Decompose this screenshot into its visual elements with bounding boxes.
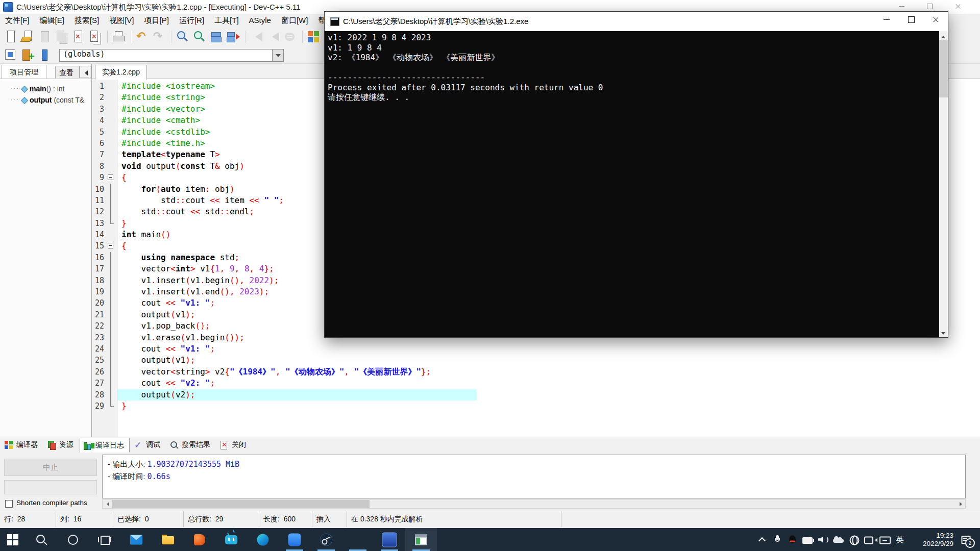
bottom-tab-关闭[interactable]: 关闭	[216, 438, 251, 452]
tray-cloud[interactable]	[831, 528, 846, 551]
console-window[interactable]: C:\Users\老父亲\Desktop\计算机学习\实验\实验1.2.exe …	[324, 11, 948, 338]
bottom-tab-资源[interactable]: 资源	[44, 438, 79, 452]
scroll-left-icon[interactable]	[103, 500, 111, 508]
console-body[interactable]: v1: 2022 1 9 8 4 2023 v1: 1 9 8 4 v2: 《1…	[325, 31, 948, 337]
menu-item[interactable]: 项目[P]	[139, 14, 174, 27]
code-text[interactable]: vector<string> v2{"《1984》", "《动物农场》", "《…	[117, 366, 431, 378]
tab-view[interactable]: 查看	[55, 66, 80, 78]
add-to-project-button[interactable]	[20, 47, 35, 63]
code-text[interactable]: using namespace std;	[117, 252, 239, 263]
code-text[interactable]: v1.insert(v1.begin(), 2022);	[117, 275, 279, 286]
tray-mic[interactable]	[770, 528, 785, 551]
compile-options-button[interactable]	[306, 29, 321, 44]
scroll-right-icon[interactable]	[957, 500, 965, 508]
open-file-button[interactable]	[20, 29, 35, 44]
code-text[interactable]: #include <string>	[117, 92, 205, 103]
bottom-tab-编译日志[interactable]: 编译日志	[80, 438, 130, 453]
code-text[interactable]: for(auto item: obj)	[117, 184, 235, 195]
code-text[interactable]: #include <time.h>	[117, 138, 205, 149]
tray-chev[interactable]	[754, 528, 770, 551]
menu-item[interactable]: 搜索[S]	[69, 14, 104, 27]
m-logo-app[interactable]	[279, 528, 310, 551]
code-text[interactable]: std::cout << item << " ";	[117, 195, 284, 206]
tray-bat[interactable]	[800, 528, 816, 551]
code-text[interactable]: cout << "v1: ";	[117, 297, 215, 309]
scroll-down-icon[interactable]	[939, 329, 948, 337]
ide-minimize-button[interactable]	[889, 0, 914, 12]
office-app[interactable]	[184, 528, 215, 551]
log-horizontal-scrollbar[interactable]	[102, 499, 966, 509]
panel-tab-scroll-left[interactable]	[80, 66, 89, 78]
fold-marker-icon[interactable]	[104, 172, 117, 183]
chevron-down-icon[interactable]	[272, 49, 283, 61]
tray-qq[interactable]	[785, 528, 800, 551]
bottom-tab-调试[interactable]: 调试	[131, 438, 165, 452]
tree-item[interactable]: output (const T&	[0, 94, 91, 106]
code-text[interactable]: output(v1);	[117, 355, 195, 366]
code-text[interactable]: v1.erase(v1.begin());	[117, 332, 244, 343]
edge-app[interactable]	[247, 528, 279, 551]
menu-item[interactable]: AStyle	[244, 14, 276, 27]
goto-line-button[interactable]	[225, 29, 240, 44]
ide-close-button[interactable]	[945, 0, 970, 12]
console-app[interactable]	[405, 528, 437, 551]
scrollbar-thumb[interactable]	[939, 40, 948, 97]
notification-center-button[interactable]: 2	[955, 528, 976, 551]
code-text[interactable]: vector<int> v1{1, 9, 8, 4};	[117, 263, 274, 274]
code-text[interactable]: output(v2);	[117, 389, 477, 400]
menu-item[interactable]: 窗口[W]	[276, 14, 313, 27]
input-method-indicator[interactable]: 英	[892, 528, 908, 551]
wps-app[interactable]	[342, 528, 374, 551]
console-scrollbar[interactable]	[939, 31, 948, 337]
code-text[interactable]: v1.insert(v1.end(), 2023);	[117, 286, 269, 297]
mail-app[interactable]	[120, 528, 152, 551]
file-explorer-app[interactable]	[152, 528, 184, 551]
menu-item[interactable]: 工具[T]	[209, 14, 244, 27]
start-button[interactable]	[0, 528, 26, 551]
code-text[interactable]: #include <vector>	[117, 104, 205, 115]
tree-item[interactable]: main() : int	[0, 83, 91, 94]
tray-cam[interactable]	[862, 528, 877, 551]
console-close-button[interactable]	[923, 12, 948, 27]
tray-net[interactable]	[846, 528, 862, 551]
code-text[interactable]: }	[117, 218, 127, 229]
code-text[interactable]: {	[117, 240, 127, 252]
class-browser-combo[interactable]: (globals)	[59, 49, 284, 62]
bottom-tab-搜索结果[interactable]: 搜索结果	[166, 438, 215, 452]
replace-button[interactable]	[191, 29, 207, 44]
menu-item[interactable]: 编辑[E]	[35, 14, 69, 27]
code-text[interactable]: std::cout << std::endl;	[117, 206, 254, 217]
code-text[interactable]: void output(const T& obj)	[117, 161, 244, 172]
steam-app[interactable]	[310, 528, 342, 551]
abort-button[interactable]: 中止	[4, 459, 97, 476]
bottom-tab-编译器[interactable]: 编译器	[1, 438, 43, 452]
code-text[interactable]: cout << "v1: ";	[117, 343, 215, 355]
console-titlebar[interactable]: C:\Users\老父亲\Desktop\计算机学习\实验\实验1.2.exe	[325, 12, 948, 31]
tray-vol[interactable]	[816, 528, 831, 551]
ide-maximize-button[interactable]	[917, 0, 942, 12]
close-file-button[interactable]	[70, 29, 86, 44]
search-button[interactable]	[26, 528, 57, 551]
menu-item[interactable]: 文件[F]	[0, 14, 35, 27]
devcpp-app[interactable]	[374, 528, 405, 551]
console-maximize-button[interactable]	[899, 12, 923, 27]
console-minimize-button[interactable]	[874, 12, 899, 27]
code-text[interactable]: int main()	[117, 229, 170, 240]
remove-from-project-button[interactable]	[37, 47, 52, 63]
code-text[interactable]: }	[117, 400, 127, 412]
undo-button[interactable]	[134, 29, 150, 44]
print-button[interactable]	[111, 29, 126, 44]
swap-header-source-button[interactable]	[3, 47, 18, 63]
code-text[interactable]: #include <cmath>	[117, 115, 200, 126]
find-button[interactable]	[175, 29, 190, 44]
code-text[interactable]: cout << "v2: ";	[117, 378, 215, 389]
taskbar-clock[interactable]: 19:232022/9/29	[908, 532, 955, 548]
task-view-button[interactable]	[89, 528, 120, 551]
menu-item[interactable]: 运行[R]	[174, 14, 209, 27]
code-text[interactable]: v1.pop_back();	[117, 320, 210, 332]
new-file-button[interactable]	[3, 29, 18, 44]
menu-item[interactable]: 视图[V]	[104, 14, 139, 27]
tab-project-manager[interactable]: 项目管理	[2, 65, 46, 79]
cortana-button[interactable]	[57, 528, 89, 551]
close-all-button[interactable]	[87, 29, 103, 44]
